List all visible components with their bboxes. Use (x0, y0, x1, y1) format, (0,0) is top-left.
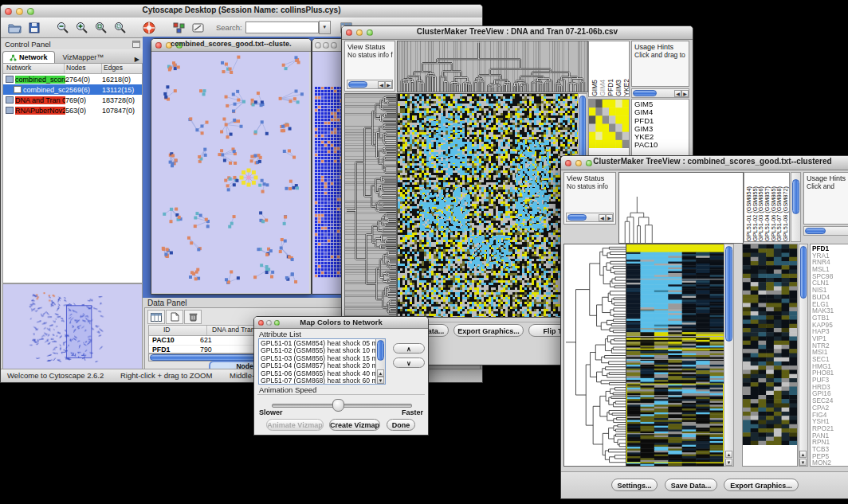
close-icon[interactable] (155, 42, 162, 49)
gene-label[interactable]: SPC98 (812, 273, 848, 280)
col-nodes[interactable]: Nodes (65, 64, 102, 73)
gene-label[interactable]: NIS1 (812, 287, 848, 294)
gene-label[interactable]: RNR4 (812, 259, 848, 266)
attribute-list-item[interactable]: GPL51-06 (GSM865) heat shock 40 min (259, 370, 375, 377)
tv2-status-scrollbar[interactable]: ◀ ▶ (566, 213, 614, 222)
scrollbar-thumb[interactable] (725, 246, 732, 342)
network-grid-canvas[interactable] (315, 87, 342, 278)
move-down-button[interactable]: ∨ (393, 357, 425, 368)
scrollbar-thumb[interactable] (348, 81, 367, 88)
col-network[interactable]: Network (3, 64, 65, 73)
save-data-button[interactable]: Save Data... (665, 479, 717, 491)
export-graphics-button[interactable]: Export Graphics... (724, 479, 799, 491)
treeview1-title-bar[interactable]: ClusterMaker TreeView : DNA and Tran 07-… (342, 26, 693, 40)
tab-overflow-arrow[interactable]: ▶ (132, 56, 143, 63)
close-icon[interactable] (258, 320, 264, 326)
zoom-window-icon[interactable] (331, 42, 337, 49)
tv2-heatmap[interactable] (626, 244, 724, 467)
gene-label[interactable]: KAP95 (812, 322, 848, 329)
scroll-up-icon[interactable]: ▲ (377, 369, 384, 377)
scroll-down-icon[interactable]: ▼ (725, 459, 732, 466)
scroll-up-icon[interactable]: ▲ (725, 451, 732, 458)
gene-label[interactable]: PHO81 (812, 369, 848, 377)
done-button[interactable]: Done (387, 419, 415, 431)
scrollbar-thumb[interactable] (800, 246, 807, 299)
scrollbar-thumb[interactable] (377, 340, 384, 361)
gene-label[interactable]: YRA1 (812, 252, 848, 260)
scroll-down-icon[interactable]: ▼ (799, 459, 807, 466)
close-icon[interactable] (565, 160, 571, 166)
tab-network[interactable]: Network (2, 51, 55, 63)
close-icon[interactable] (315, 42, 321, 49)
gene-label[interactable]: CPA2 (812, 404, 848, 412)
network-list-row[interactable]: RNAPuberNov2+563(0)107847(0) (3, 105, 142, 115)
gene-label[interactable]: YSH1 (812, 418, 848, 425)
tv1-heatmap[interactable] (397, 93, 579, 318)
attribute-list-vscrollbar[interactable]: ▲ ▼ (375, 339, 385, 384)
scroll-left-icon[interactable]: ◀ (674, 90, 681, 97)
tv2-collabel-vscrollbar[interactable] (791, 172, 801, 242)
gene-label[interactable]: NTR2 (812, 342, 848, 350)
row-label[interactable]: PAC10 (634, 141, 689, 149)
create-vizmap-button[interactable]: Create Vizmap (329, 419, 380, 431)
gene-label[interactable]: TCB3 (812, 446, 848, 453)
gene-label[interactable]: GPI16 (812, 390, 848, 397)
gene-label[interactable]: PFD1 (812, 245, 848, 252)
help-lifesaver-icon[interactable] (139, 20, 159, 36)
gene-label[interactable]: FIG4 (812, 412, 848, 419)
network-list-row[interactable]: combined_sco2569(6)13112(15) (3, 84, 142, 95)
zoom-out-icon[interactable] (53, 20, 73, 36)
zoom-in-icon[interactable] (73, 20, 92, 36)
trash-icon[interactable] (184, 310, 202, 324)
close-icon[interactable] (5, 8, 12, 15)
gene-label[interactable]: PEP5 (812, 453, 848, 460)
save-icon[interactable] (25, 20, 44, 36)
open-folder-icon[interactable] (6, 20, 25, 36)
scrollbar-thumb[interactable] (792, 179, 799, 214)
scroll-right-icon[interactable]: ▶ (681, 90, 689, 97)
gene-label[interactable]: PUF3 (812, 377, 848, 384)
gene-label[interactable]: HRD3 (812, 384, 848, 391)
move-up-button[interactable]: ∧ (393, 343, 425, 354)
settings-button[interactable]: Settings... (611, 479, 658, 491)
new-attribute-icon[interactable] (166, 310, 183, 324)
attribute-list-item[interactable]: GPL51-03 (GSM856) heat shock 15 min (259, 355, 375, 362)
tv2-gene-vscrollbar[interactable]: ▲ ▼ (799, 244, 808, 467)
tv2-heatmap-vscrollbar[interactable]: ▲ ▼ (724, 244, 734, 467)
attribute-list-item[interactable]: GPL51-04 (GSM857) heat shock 20 min (259, 362, 375, 369)
search-input[interactable] (245, 21, 319, 33)
network-view-title-bar[interactable]: combined_scores_good.txt--cluste... (151, 39, 311, 52)
scrollbar-thumb[interactable] (567, 214, 587, 221)
scroll-right-icon[interactable]: ▶ (606, 214, 613, 221)
attribute-list[interactable]: GPL51-01 (GSM854) heat shock 05 minGPL51… (258, 338, 386, 385)
attribute-list-item[interactable]: GPL51-02 (GSM855) heat shock 10 min (259, 347, 375, 354)
gene-label[interactable]: VIP1 (812, 335, 848, 342)
scrollbar-thumb[interactable] (805, 228, 826, 234)
network-view-2-title-bar[interactable] (312, 39, 344, 52)
animate-vizmap-button[interactable]: Animate Vizmap (266, 419, 324, 431)
tv2-zoom-heatmap[interactable] (743, 244, 797, 445)
scrollbar-thumb[interactable] (633, 90, 657, 96)
scroll-down-icon[interactable]: ▼ (377, 377, 384, 384)
export-graphics-button[interactable]: Export Graphics... (453, 324, 524, 337)
close-icon[interactable] (346, 29, 352, 36)
network-overview-canvas[interactable] (2, 283, 143, 369)
gene-label[interactable]: RPN1 (812, 439, 848, 446)
treeview2-title-bar[interactable]: ClusterMaker TreeView : combined_scores_… (561, 156, 848, 170)
gene-label[interactable]: BUD4 (812, 294, 848, 301)
dialog-title-bar[interactable]: Map Colors to Network (254, 317, 428, 329)
scroll-right-icon[interactable]: ▶ (385, 81, 392, 88)
scroll-up-icon[interactable]: ▲ (799, 451, 807, 458)
minimize-icon[interactable] (266, 320, 272, 326)
gene-label[interactable]: HAP3 (812, 328, 848, 335)
tv2-column-dendrogram[interactable] (618, 172, 744, 244)
annotation-icon[interactable] (189, 20, 208, 36)
tv2-row-dendrogram[interactable] (563, 244, 626, 467)
tv1-status-scrollbar[interactable]: ◀ ▶ (347, 80, 393, 89)
zoom-selected-icon[interactable] (111, 20, 130, 36)
col-edges[interactable]: Edges (102, 64, 142, 73)
zoom-fit-icon[interactable] (92, 20, 111, 36)
gene-label[interactable]: GTB1 (812, 315, 848, 322)
tv1-usage-scrollbar[interactable]: ◀ ▶ (631, 88, 689, 98)
network-graph-canvas[interactable] (151, 52, 309, 293)
